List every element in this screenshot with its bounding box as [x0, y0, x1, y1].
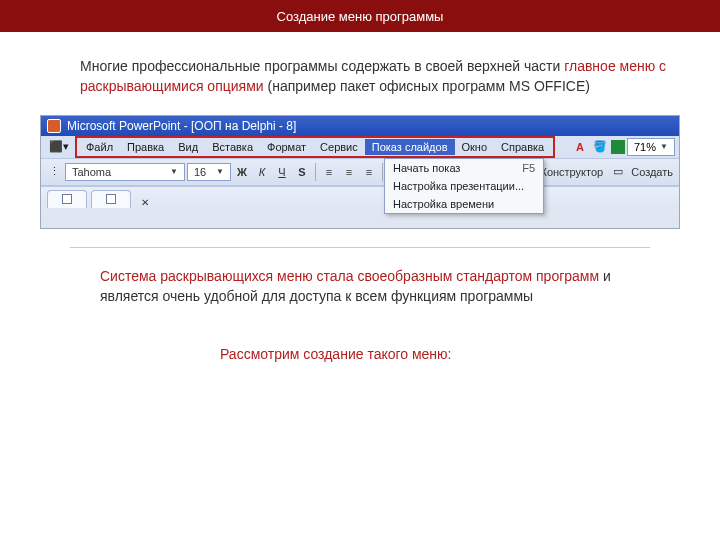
- menu-bar: ⬛▾ Файл Правка Вид Вставка Формат Сервис…: [41, 136, 679, 158]
- divider: [70, 247, 650, 248]
- chevron-down-icon: ▼: [216, 167, 224, 176]
- chevron-down-icon: ▼: [660, 142, 668, 151]
- menu-format[interactable]: Формат: [260, 139, 313, 155]
- tab-icon: [106, 194, 116, 204]
- shadow-button[interactable]: S: [293, 163, 311, 181]
- menu-highlight-box: Файл Правка Вид Вставка Формат Сервис По…: [75, 136, 555, 158]
- powerpoint-icon: [47, 119, 61, 133]
- para1-text1: Многие профессиональные программы содерж…: [80, 58, 564, 74]
- align-left-icon[interactable]: ≡: [320, 163, 338, 181]
- separator: [382, 163, 383, 181]
- dropdown-item-timing[interactable]: Настройка времени: [385, 195, 543, 213]
- font-color-icon[interactable]: A: [571, 138, 589, 156]
- menu-edit[interactable]: Правка: [120, 139, 171, 155]
- designer-label[interactable]: Конструктор: [536, 166, 607, 178]
- italic-button[interactable]: К: [253, 163, 271, 181]
- font-name: Tahoma: [72, 166, 111, 178]
- toolbar-handle-icon[interactable]: ⋮: [45, 163, 63, 181]
- close-icon[interactable]: ✕: [141, 197, 149, 208]
- dropdown-label: Настройка времени: [393, 198, 494, 210]
- align-right-icon[interactable]: ≡: [360, 163, 378, 181]
- dropdown-label: Начать показ: [393, 162, 460, 174]
- para2-accent: Система раскрывающихся меню стала своеоб…: [100, 268, 599, 284]
- menu-view[interactable]: Вид: [171, 139, 205, 155]
- slides-tab[interactable]: [91, 190, 131, 208]
- chevron-down-icon: ▼: [170, 167, 178, 176]
- paragraph-1: Многие профессиональные программы содерж…: [80, 56, 670, 97]
- paragraph-3: Рассмотрим создание такого меню:: [220, 346, 680, 362]
- formatting-toolbar: ⋮ Tahoma ▼ 16 ▼ Ж К Ч S ≡ ≡ ≡ A A A: [41, 158, 679, 186]
- menu-help[interactable]: Справка: [494, 139, 551, 155]
- zoom-value: 71%: [634, 141, 656, 153]
- underline-button[interactable]: Ч: [273, 163, 291, 181]
- font-name-dropdown[interactable]: Tahoma ▼: [65, 163, 185, 181]
- menu-file[interactable]: Файл: [79, 139, 120, 155]
- slideshow-dropdown: Начать показ F5 Настройка презентации...…: [384, 158, 544, 214]
- outline-tab[interactable]: [47, 190, 87, 208]
- menu-insert[interactable]: Вставка: [205, 139, 260, 155]
- font-size-dropdown[interactable]: 16 ▼: [187, 163, 231, 181]
- dropdown-item-setup[interactable]: Настройка презентации...: [385, 177, 543, 195]
- paragraph-2: Система раскрывающихся меню стала своеоб…: [100, 266, 630, 307]
- align-center-icon[interactable]: ≡: [340, 163, 358, 181]
- dropdown-label: Настройка презентации...: [393, 180, 524, 192]
- slide-content: Многие профессиональные программы содерж…: [0, 32, 720, 362]
- menu-window[interactable]: Окно: [455, 139, 495, 155]
- zoom-square-icon: [611, 140, 625, 154]
- zoom-dropdown[interactable]: 71% ▼: [627, 138, 675, 156]
- tab-icon: [62, 194, 72, 204]
- separator: [315, 163, 316, 181]
- outline-tabs-row: ✕: [41, 186, 679, 208]
- para1-text2: (например пакет офисных программ MS OFFI…: [264, 78, 590, 94]
- window-titlebar: Microsoft PowerPoint - [ООП на Delphi - …: [41, 116, 679, 136]
- powerpoint-screenshot: Microsoft PowerPoint - [ООП на Delphi - …: [40, 115, 680, 229]
- menu-slideshow[interactable]: Показ слайдов: [365, 139, 455, 155]
- window-title: Microsoft PowerPoint - [ООП на Delphi - …: [67, 119, 296, 133]
- slide-title: Создание меню программы: [277, 9, 444, 24]
- font-size: 16: [194, 166, 206, 178]
- create-label[interactable]: Создать: [629, 166, 675, 178]
- menu-tools[interactable]: Сервис: [313, 139, 365, 155]
- paint-icon[interactable]: 🪣: [591, 138, 609, 156]
- slide-header: Создание меню программы: [0, 0, 720, 32]
- para3-text: Рассмотрим создание такого меню:: [220, 346, 452, 362]
- app-dropdown-icon[interactable]: ⬛▾: [45, 138, 73, 155]
- dropdown-item-start[interactable]: Начать показ F5: [385, 159, 543, 177]
- bold-button[interactable]: Ж: [233, 163, 251, 181]
- dropdown-shortcut: F5: [522, 162, 535, 174]
- new-slide-icon[interactable]: ▭: [609, 163, 627, 181]
